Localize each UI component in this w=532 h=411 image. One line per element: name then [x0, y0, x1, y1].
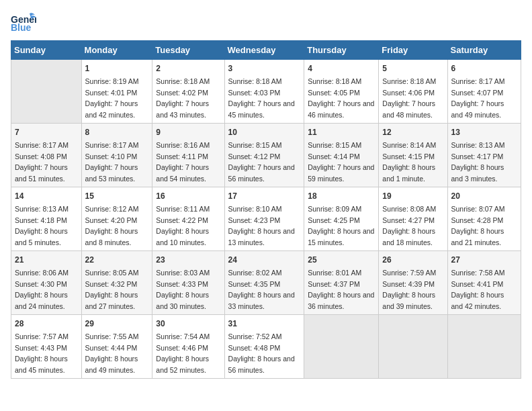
weekday-header: Friday	[379, 41, 447, 60]
calendar-week-row: 21 Sunrise: 8:06 AMSunset: 4:30 PMDaylig…	[11, 251, 521, 315]
day-info: Sunrise: 7:57 AMSunset: 4:43 PMDaylight:…	[15, 332, 69, 374]
calendar-cell: 15 Sunrise: 8:12 AMSunset: 4:20 PMDaylig…	[81, 187, 152, 251]
day-info: Sunrise: 7:54 AMSunset: 4:46 PMDaylight:…	[156, 332, 210, 374]
day-number: 30	[156, 318, 220, 330]
day-number: 20	[451, 190, 517, 202]
page-header: General Blue	[11, 11, 521, 32]
calendar-cell: 18 Sunrise: 8:09 AMSunset: 4:25 PMDaylig…	[304, 187, 379, 251]
day-number: 27	[451, 254, 517, 266]
day-number: 24	[228, 254, 301, 266]
calendar-week-row: 7 Sunrise: 8:17 AMSunset: 4:08 PMDayligh…	[11, 124, 521, 187]
calendar-cell: 25 Sunrise: 8:01 AMSunset: 4:37 PMDaylig…	[304, 251, 379, 315]
calendar-week-row: 14 Sunrise: 8:13 AMSunset: 4:18 PMDaylig…	[11, 187, 521, 251]
calendar-cell: 4 Sunrise: 8:18 AMSunset: 4:05 PMDayligh…	[304, 60, 379, 124]
day-info: Sunrise: 8:01 AMSunset: 4:37 PMDaylight:…	[308, 269, 374, 310]
calendar-cell: 30 Sunrise: 7:54 AMSunset: 4:46 PMDaylig…	[152, 315, 224, 379]
day-info: Sunrise: 8:08 AMSunset: 4:27 PMDaylight:…	[382, 205, 436, 246]
day-info: Sunrise: 8:16 AMSunset: 4:11 PMDaylight:…	[156, 141, 210, 183]
day-number: 10	[228, 126, 301, 138]
calendar-cell: 5 Sunrise: 8:18 AMSunset: 4:06 PMDayligh…	[379, 60, 447, 124]
day-info: Sunrise: 8:17 AMSunset: 4:10 PMDaylight:…	[85, 141, 139, 183]
calendar-cell: 29 Sunrise: 7:55 AMSunset: 4:44 PMDaylig…	[81, 315, 152, 379]
calendar-cell	[447, 315, 521, 379]
day-info: Sunrise: 7:52 AMSunset: 4:48 PMDaylight:…	[228, 332, 295, 374]
calendar-cell: 1 Sunrise: 8:19 AMSunset: 4:01 PMDayligh…	[81, 60, 152, 124]
calendar-cell: 3 Sunrise: 8:18 AMSunset: 4:03 PMDayligh…	[224, 60, 304, 124]
day-info: Sunrise: 8:06 AMSunset: 4:30 PMDaylight:…	[15, 269, 69, 310]
calendar-cell: 12 Sunrise: 8:14 AMSunset: 4:15 PMDaylig…	[379, 124, 447, 187]
weekday-header: Monday	[81, 41, 152, 60]
day-info: Sunrise: 8:18 AMSunset: 4:03 PMDaylight:…	[228, 77, 295, 119]
day-number: 9	[156, 126, 220, 138]
calendar-cell: 10 Sunrise: 8:15 AMSunset: 4:12 PMDaylig…	[224, 124, 304, 187]
calendar-cell: 20 Sunrise: 8:07 AMSunset: 4:28 PMDaylig…	[447, 187, 521, 251]
weekday-header: Thursday	[304, 41, 379, 60]
day-info: Sunrise: 8:17 AMSunset: 4:07 PMDaylight:…	[451, 77, 505, 119]
day-number: 2	[156, 62, 220, 75]
day-number: 25	[308, 254, 375, 266]
day-number: 21	[15, 254, 78, 266]
day-number: 31	[228, 318, 301, 330]
calendar-cell: 9 Sunrise: 8:16 AMSunset: 4:11 PMDayligh…	[152, 124, 224, 187]
day-number: 28	[15, 318, 78, 330]
weekday-header: Tuesday	[152, 41, 224, 60]
day-number: 12	[382, 126, 443, 138]
calendar-cell: 13 Sunrise: 8:13 AMSunset: 4:17 PMDaylig…	[447, 124, 521, 187]
day-info: Sunrise: 8:18 AMSunset: 4:05 PMDaylight:…	[308, 77, 374, 119]
day-number: 18	[308, 190, 375, 202]
calendar-cell: 14 Sunrise: 8:13 AMSunset: 4:18 PMDaylig…	[11, 187, 82, 251]
day-number: 29	[85, 318, 149, 330]
day-info: Sunrise: 8:05 AMSunset: 4:32 PMDaylight:…	[85, 269, 139, 310]
day-info: Sunrise: 8:03 AMSunset: 4:33 PMDaylight:…	[156, 269, 210, 310]
day-info: Sunrise: 7:59 AMSunset: 4:39 PMDaylight:…	[382, 269, 436, 310]
calendar-header-row: SundayMondayTuesdayWednesdayThursdayFrid…	[11, 41, 521, 60]
day-info: Sunrise: 8:19 AMSunset: 4:01 PMDaylight:…	[85, 77, 139, 119]
calendar-cell: 28 Sunrise: 7:57 AMSunset: 4:43 PMDaylig…	[11, 315, 82, 379]
calendar-cell: 23 Sunrise: 8:03 AMSunset: 4:33 PMDaylig…	[152, 251, 224, 315]
logo: General Blue	[11, 11, 36, 32]
calendar-cell: 11 Sunrise: 8:15 AMSunset: 4:14 PMDaylig…	[304, 124, 379, 187]
svg-text:Blue: Blue	[11, 22, 32, 32]
day-number: 16	[156, 190, 220, 202]
calendar-cell	[379, 315, 447, 379]
day-number: 17	[228, 190, 301, 202]
day-number: 19	[382, 190, 443, 202]
day-info: Sunrise: 7:58 AMSunset: 4:41 PMDaylight:…	[451, 269, 505, 310]
calendar-week-row: 28 Sunrise: 7:57 AMSunset: 4:43 PMDaylig…	[11, 315, 521, 379]
day-info: Sunrise: 7:55 AMSunset: 4:44 PMDaylight:…	[85, 332, 139, 374]
day-info: Sunrise: 8:15 AMSunset: 4:12 PMDaylight:…	[228, 141, 295, 183]
day-number: 23	[156, 254, 220, 266]
day-info: Sunrise: 8:13 AMSunset: 4:18 PMDaylight:…	[15, 205, 69, 246]
calendar-cell: 6 Sunrise: 8:17 AMSunset: 4:07 PMDayligh…	[447, 60, 521, 124]
day-info: Sunrise: 8:09 AMSunset: 4:25 PMDaylight:…	[308, 205, 374, 246]
day-number: 7	[15, 126, 78, 138]
calendar-week-row: 1 Sunrise: 8:19 AMSunset: 4:01 PMDayligh…	[11, 60, 521, 124]
day-number: 1	[85, 62, 149, 75]
day-number: 22	[85, 254, 149, 266]
day-info: Sunrise: 8:18 AMSunset: 4:06 PMDaylight:…	[382, 77, 436, 119]
weekday-header: Wednesday	[224, 41, 304, 60]
weekday-header: Saturday	[447, 41, 521, 60]
day-info: Sunrise: 8:13 AMSunset: 4:17 PMDaylight:…	[451, 141, 505, 183]
day-number: 4	[308, 62, 375, 75]
calendar-table: SundayMondayTuesdayWednesdayThursdayFrid…	[11, 40, 521, 379]
day-info: Sunrise: 8:07 AMSunset: 4:28 PMDaylight:…	[451, 205, 505, 246]
calendar-cell: 24 Sunrise: 8:02 AMSunset: 4:35 PMDaylig…	[224, 251, 304, 315]
calendar-cell	[304, 315, 379, 379]
day-number: 15	[85, 190, 149, 202]
day-info: Sunrise: 8:11 AMSunset: 4:22 PMDaylight:…	[156, 205, 210, 246]
calendar-cell: 19 Sunrise: 8:08 AMSunset: 4:27 PMDaylig…	[379, 187, 447, 251]
day-info: Sunrise: 8:14 AMSunset: 4:15 PMDaylight:…	[382, 141, 436, 183]
day-number: 13	[451, 126, 517, 138]
calendar-cell: 21 Sunrise: 8:06 AMSunset: 4:30 PMDaylig…	[11, 251, 82, 315]
calendar-cell: 17 Sunrise: 8:10 AMSunset: 4:23 PMDaylig…	[224, 187, 304, 251]
logo-icon: General Blue	[11, 11, 36, 32]
calendar-cell: 2 Sunrise: 8:18 AMSunset: 4:02 PMDayligh…	[152, 60, 224, 124]
day-number: 5	[382, 62, 443, 75]
calendar-cell	[11, 60, 82, 124]
calendar-cell: 22 Sunrise: 8:05 AMSunset: 4:32 PMDaylig…	[81, 251, 152, 315]
weekday-header: Sunday	[11, 41, 82, 60]
day-info: Sunrise: 8:15 AMSunset: 4:14 PMDaylight:…	[308, 141, 374, 183]
calendar-cell: 16 Sunrise: 8:11 AMSunset: 4:22 PMDaylig…	[152, 187, 224, 251]
calendar-cell: 7 Sunrise: 8:17 AMSunset: 4:08 PMDayligh…	[11, 124, 82, 187]
